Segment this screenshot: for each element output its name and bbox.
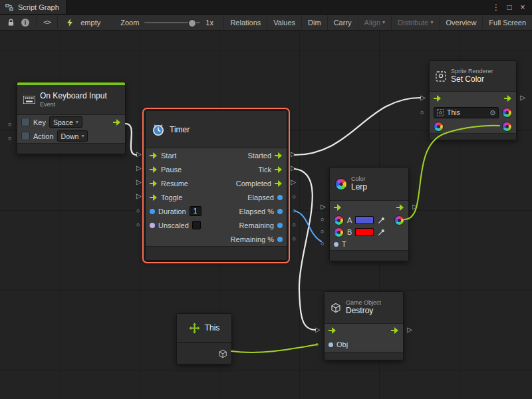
wire-keyboard-to-timer-start[interactable]: [126, 124, 136, 155]
input-port-this[interactable]: ○: [420, 109, 424, 116]
port-elapsed-dot[interactable]: [277, 195, 283, 200]
port-label-remaining-pct: Remaining %: [231, 235, 274, 243]
zoom-slider-knob[interactable]: [188, 19, 196, 27]
input-port-start[interactable]: ▷: [136, 151, 142, 158]
input-port-unscaled[interactable]: ○: [136, 221, 140, 228]
port-remaining-dot[interactable]: [277, 223, 283, 228]
port-started-arrow[interactable]: [275, 152, 283, 159]
node-title: This: [205, 323, 220, 332]
align-dropdown[interactable]: Align▾: [358, 15, 391, 30]
output-port-completed[interactable]: ▷: [291, 179, 296, 186]
color-wrap-port[interactable]: [502, 122, 512, 132]
chevron-down-icon: ▾: [76, 119, 78, 125]
wire-started-to-setcolor[interactable]: [295, 98, 420, 155]
code-view-icon[interactable]: <>: [43, 18, 51, 27]
port-resume-arrow[interactable]: [150, 180, 158, 187]
action-dropdown[interactable]: Down ▾: [57, 130, 88, 142]
keyboard-icon: [23, 94, 36, 105]
tab-title: Script Graph: [18, 3, 59, 11]
node-subtitle: Event: [40, 101, 107, 108]
input-port-key[interactable]: ○: [8, 121, 11, 128]
port-elapsed-pct-dot[interactable]: [277, 209, 283, 214]
input-port-toggle[interactable]: ▷: [136, 193, 142, 200]
relations-button[interactable]: Relations: [223, 15, 267, 30]
obj-type-icon: [329, 342, 333, 347]
distribute-dropdown[interactable]: Distribute▾: [391, 15, 439, 30]
flow-out-arrow[interactable]: [396, 204, 404, 211]
color-a-swatch[interactable]: [355, 216, 374, 224]
node-destroy[interactable]: Game Object Destroy Obj ▷ ○ ▷: [324, 291, 404, 360]
input-port-action[interactable]: ○: [8, 135, 11, 142]
trigger-out-arrow[interactable]: [113, 119, 121, 126]
input-port-flow[interactable]: ▷: [321, 203, 326, 210]
wire-elapsedpct-to-t[interactable]: [295, 211, 321, 241]
color-result-port[interactable]: [394, 215, 404, 225]
maximize-icon[interactable]: □: [504, 2, 515, 13]
flow-in-arrow[interactable]: [329, 327, 336, 334]
port-completed-arrow[interactable]: [275, 180, 283, 187]
key-dropdown[interactable]: Space ▾: [49, 116, 82, 128]
input-port-resume[interactable]: ▷: [136, 179, 142, 186]
input-port-flow[interactable]: ▷: [315, 327, 321, 333]
port-unscaled-dot[interactable]: [150, 223, 155, 228]
close-icon[interactable]: ×: [517, 2, 528, 13]
wire-this-to-obj[interactable]: [231, 344, 317, 352]
port-pause-arrow[interactable]: [150, 166, 158, 173]
port-label-b: B: [347, 228, 352, 236]
node-this[interactable]: This: [176, 313, 232, 364]
this-object-field[interactable]: This ⊙: [434, 107, 499, 118]
port-remaining-pct-dot[interactable]: [277, 237, 283, 242]
flow-out-arrow[interactable]: [391, 327, 399, 334]
title-bar: Script Graph ⋮ □ ×: [0, 0, 532, 15]
input-port-a[interactable]: ○: [321, 216, 324, 223]
graph-asset-icon: [65, 17, 75, 28]
port-start-arrow[interactable]: [150, 152, 158, 159]
lock-icon[interactable]: [5, 17, 16, 28]
graph-reference-label[interactable]: empty: [80, 19, 100, 27]
duration-input[interactable]: 1: [190, 206, 201, 216]
flow-out-arrow[interactable]: [504, 95, 512, 102]
flow-in-arrow[interactable]: [334, 204, 342, 211]
input-port-duration[interactable]: ○: [136, 207, 140, 214]
port-tick-arrow[interactable]: [275, 166, 283, 173]
window-menu-icon[interactable]: ⋮: [491, 2, 501, 13]
input-port-b[interactable]: ○: [321, 228, 324, 235]
node-on-keyboard-input[interactable]: On Keyboard Input Event Key Space ▾ Acti…: [17, 82, 126, 154]
input-port-flow[interactable]: ▷: [420, 94, 426, 101]
output-port-elapsed[interactable]: ○: [293, 194, 296, 200]
graph-canvas[interactable]: On Keyboard Input Event Key Space ▾ Acti…: [0, 31, 532, 399]
object-picker-icon[interactable]: ⊙: [490, 109, 495, 116]
carry-button[interactable]: Carry: [327, 15, 358, 30]
color-input-wheel-icon[interactable]: [434, 122, 444, 132]
this-output-port[interactable]: [217, 348, 227, 358]
t-type-icon: [334, 242, 338, 247]
node-set-color[interactable]: Sprite Renderer Set Color This ⊙: [429, 61, 517, 140]
dim-button[interactable]: Dim: [301, 15, 327, 30]
target-out-color-port[interactable]: [502, 108, 512, 118]
node-timer[interactable]: Timer Start Started Pause Tick Resume Co…: [145, 110, 287, 261]
toolbar-buttons: Relations Values Dim Carry Align▾ Distri…: [223, 15, 532, 30]
info-icon[interactable]: i: [21, 19, 29, 27]
eyedropper-icon[interactable]: [377, 228, 385, 236]
tab-script-graph[interactable]: Script Graph: [0, 0, 66, 14]
output-port-flow[interactable]: ▷: [407, 327, 412, 333]
overview-button[interactable]: Overview: [440, 15, 483, 30]
flow-in-arrow[interactable]: [434, 95, 442, 102]
output-port-remaining[interactable]: ○: [293, 221, 296, 228]
output-port-flow[interactable]: ▷: [520, 94, 525, 101]
input-port-pause[interactable]: ▷: [136, 165, 142, 172]
port-duration-dot[interactable]: [150, 209, 155, 214]
zoom-slider[interactable]: [144, 18, 200, 27]
unscaled-checkbox[interactable]: [192, 221, 201, 229]
values-button[interactable]: Values: [267, 15, 301, 30]
port-label-elapsed: Elapsed: [247, 194, 274, 201]
wire-tick-to-destroy[interactable]: [295, 169, 315, 330]
node-color-lerp[interactable]: Color Lerp A B: [329, 167, 409, 261]
port-label-duration: Duration: [158, 207, 186, 215]
color-b-swatch[interactable]: [355, 228, 374, 236]
fullscreen-button[interactable]: Full Screen: [482, 15, 532, 30]
output-port-remaining-pct[interactable]: ○: [293, 235, 296, 242]
port-label-key: Key: [33, 118, 46, 126]
eyedropper-icon[interactable]: [377, 216, 385, 224]
port-toggle-arrow[interactable]: [150, 194, 158, 201]
